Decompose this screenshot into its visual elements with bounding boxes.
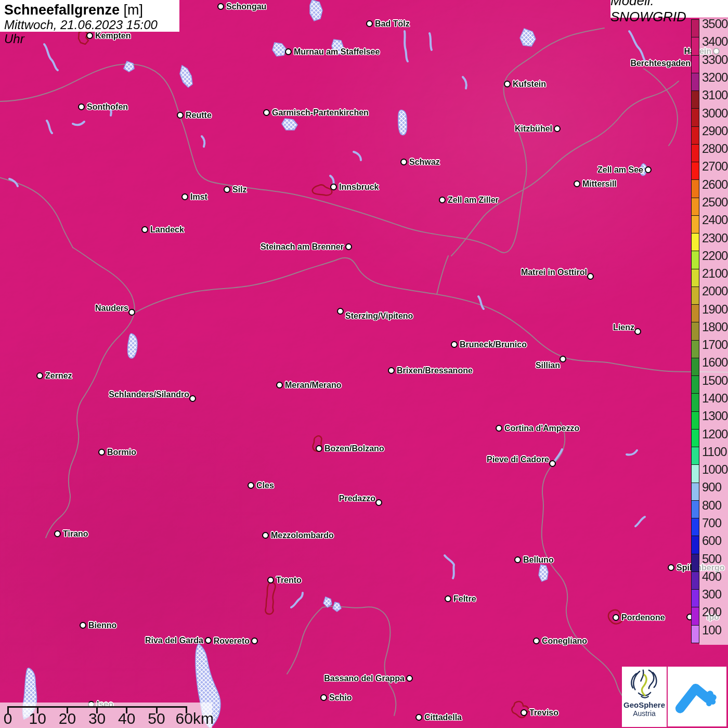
title-box: Schneefallgrenze [m] Mittwoch, 21.06.202… [0, 0, 179, 32]
partner-logo [668, 667, 726, 726]
legend-tick-label: 2100 [702, 265, 728, 282]
legend-color-segment [692, 518, 699, 536]
legend-tick-label: 2200 [702, 247, 728, 265]
city-dot [181, 193, 188, 200]
city-dot [267, 577, 274, 583]
legend-color-segment [692, 341, 699, 358]
legend-color-segment [692, 572, 699, 590]
city-label: Cittadella [424, 713, 462, 722]
city-label: Schongau [226, 2, 266, 11]
city-dot [320, 694, 327, 701]
scale-tick-label: 20 [59, 710, 76, 727]
legend-tick-label: 1100 [702, 443, 728, 461]
city-label: Nauders [95, 304, 128, 313]
city-label: Sillian [536, 361, 560, 370]
legend-color-segment [692, 287, 699, 305]
city-dot [285, 48, 292, 55]
geosphere-name: GeoSphere [622, 701, 667, 709]
legend-color-segment [692, 162, 699, 180]
city-label: Innsbruck [339, 183, 379, 192]
city-label: Kitzbühel [515, 124, 552, 134]
city-dot [415, 714, 422, 721]
geosphere-country: Austria [622, 709, 667, 718]
legend-color-segment [692, 73, 699, 91]
legend-tick-label: 100 [702, 621, 728, 639]
map-datetime: Mittwoch, 21.06.2023 15:00 Uhr [4, 18, 179, 46]
city-label: Mezzolombardo [271, 531, 334, 540]
city-label: Bormio [107, 448, 136, 457]
city-dot [560, 356, 566, 362]
legend-color-segment [692, 412, 699, 430]
city-label: Lienz [613, 323, 634, 332]
city-dot [128, 309, 135, 316]
legend-tick-label: 3400 [702, 33, 728, 50]
legend-color-segment [692, 269, 699, 287]
legend-color-segment [692, 626, 699, 643]
city-label: Conegliano [542, 636, 587, 646]
city-label: Schlanders/Silandro [109, 390, 189, 399]
city-label: Feltre [453, 594, 476, 604]
city-dot [445, 595, 451, 602]
legend-tick-label: 1600 [702, 354, 728, 371]
scale-tick-label: 50 [148, 710, 165, 727]
city-dot [366, 20, 373, 27]
model-box: Modell: SNOWGRID [610, 0, 728, 18]
city-dot [375, 499, 382, 506]
city-label: Matrei in Osttirol [521, 268, 587, 277]
city-label: Kufstein [513, 80, 546, 89]
legend-tick-label: 2000 [702, 282, 728, 300]
legend-color-segment [692, 56, 699, 73]
geosphere-logo: GeoSphere Austria [622, 667, 667, 727]
city-label: Mittersill [582, 179, 617, 189]
city-label: Rovereto [214, 636, 250, 646]
legend-tick-label: 1300 [702, 407, 728, 425]
city-dot [251, 638, 258, 644]
legend-color-segment [692, 180, 699, 198]
city-label: Treviso [529, 708, 558, 718]
legend-tick-label: 2600 [702, 176, 728, 193]
legend-color-segment [692, 430, 699, 447]
city-label: Tirano [63, 529, 88, 539]
scale-tick-label: 60km [176, 710, 214, 727]
city-dot [549, 460, 556, 467]
legend-tick-label: 900 [702, 478, 728, 496]
city-dot [189, 395, 196, 402]
legend-color-segment [692, 322, 699, 340]
city-dot [439, 197, 446, 203]
city-label: Cortina d'Ampezzo [504, 424, 579, 433]
city-label: Sonthofen [87, 102, 128, 112]
city-label: Zernez [45, 371, 72, 381]
city-label: Bozen/Bolzano [324, 444, 384, 453]
city-dot [451, 341, 458, 348]
legend-color-segment [692, 305, 699, 322]
model-label: Modell: SNOWGRID [610, 0, 728, 25]
city-dot [98, 449, 105, 456]
legend-color-segment [692, 607, 699, 625]
legend-color-segment [692, 358, 699, 376]
legend-tick-label: 2300 [702, 229, 728, 246]
city-dot [388, 367, 395, 374]
city-dot [496, 425, 502, 432]
legend-tick-label: 2700 [702, 158, 728, 175]
city-dot [263, 109, 270, 116]
legend-tick-label: 1800 [702, 318, 728, 336]
city-label: Bad Tölz [375, 19, 410, 29]
legend-tick-label: 3200 [702, 69, 728, 86]
scale-tick-label: 40 [118, 710, 135, 727]
city-label: Murnau am Staffelsee [294, 47, 380, 57]
legend-color-segment [692, 483, 699, 501]
city-dot [224, 186, 230, 193]
city-dot [400, 159, 407, 165]
legend-color-segment [692, 216, 699, 233]
city-label: Pieve di Cadore [487, 455, 549, 464]
map-unit: [m] [124, 2, 144, 18]
city-dot [248, 482, 254, 489]
city-label: Brixen/Bressanone [397, 366, 473, 375]
legend-labels: 3500340033003200310030002900280027002600… [702, 15, 728, 639]
city-label: Bassano del Grappa [324, 674, 405, 683]
map-title: Schneefallgrenze [4, 2, 120, 18]
city-dot [634, 328, 641, 335]
legend-color-segment [692, 251, 699, 269]
legend-tick-label: 300 [702, 586, 728, 603]
page-title: Schneefallgrenze [m] [4, 3, 179, 18]
